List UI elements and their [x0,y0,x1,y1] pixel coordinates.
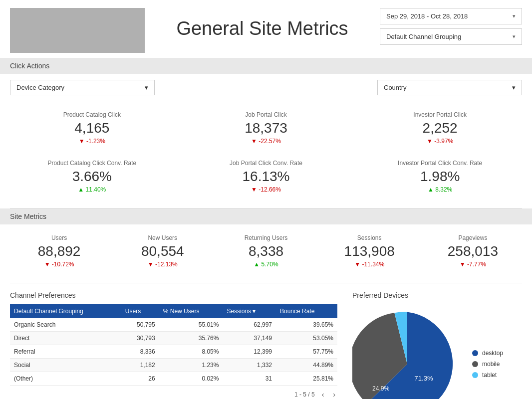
metric-label: Job Portal Click Conv. Rate [184,160,348,167]
click-metric-cell: Product Catalog Click Conv. Rate 3.66% 1… [10,155,174,198]
metric-change: -12.66% [184,186,348,193]
sessions-cell: 1,332 [223,359,276,372]
country-filter-label: Country [384,84,407,91]
site-metric-cell: Users 88,892 -10.72% [10,229,108,273]
legend-dot [472,350,478,356]
header-controls: Sep 29, 2018 - Oct 28, 2018 ▾ Default Ch… [380,8,522,45]
date-range-arrow: ▾ [513,13,516,19]
channel-preferences: Channel Preferences Default Channel Grou… [10,291,337,399]
table-pagination: 1 - 5 / 5 ‹ › [10,386,337,399]
metric-value: 16.13% [184,169,348,185]
table-row: Social 1,182 1.23% 1,332 44.89% [10,359,337,372]
bottom-section: Channel Preferences Default Channel Grou… [0,283,532,399]
channel-name: Direct [10,332,121,345]
metric-value: 1.98% [358,169,522,185]
channel-table: Default Channel GroupingUsers% New Users… [10,304,337,386]
metric-value: 88,892 [10,243,108,259]
pagination-next-button[interactable]: › [331,390,337,399]
click-actions-header: Click Actions [0,58,532,74]
metric-value: 3.66% [10,169,174,185]
metric-change: -1.23% [10,138,174,145]
metric-value: 2,252 [358,120,522,136]
metric-value: 80,554 [113,243,212,259]
legend-dot [472,372,478,378]
legend-item: desktop [472,350,503,357]
metric-label: Job Portal Click [184,111,348,118]
click-metric-cell: Product Catalog Click 4,165 -1.23% [10,106,174,150]
metric-change: -11.34% [320,261,419,268]
metric-value: 258,013 [424,243,522,259]
table-header-cell[interactable]: % New Users [159,304,223,318]
table-row: Organic Search 50,795 55.01% 62,997 39.6… [10,318,337,332]
page-title: General Site Metrics [155,8,370,39]
legend-item: mobile [472,361,503,368]
table-header-cell[interactable]: Bounce Rate [276,304,337,318]
channel-grouping-dropdown[interactable]: Default Channel Grouping ▾ [380,28,522,45]
legend-label: desktop [482,350,503,357]
channel-preferences-title: Channel Preferences [10,291,337,299]
click-metrics-grid: Product Catalog Click 4,165 -1.23% Job P… [0,101,532,208]
metric-label: Sessions [320,234,419,241]
sessions-cell: 12,399 [223,345,276,359]
table-row: Direct 30,793 35.76% 37,149 53.05% [10,332,337,345]
site-metric-cell: Sessions 113,908 -11.34% [320,229,419,273]
country-dropdown[interactable]: Country ▾ [377,80,522,95]
metric-change: -3.97% [358,138,522,145]
pie-legend: desktop mobile tablet [472,350,503,379]
new-users-cell: 0.02% [159,372,223,386]
logo [10,8,145,53]
click-metric-cell: Investor Portal Click 2,252 -3.97% [358,106,522,150]
channel-name: (Other) [10,372,121,386]
table-row: (Other) 26 0.02% 31 25.81% [10,372,337,386]
metric-label: Pageviews [424,234,522,241]
date-range-value: Sep 29, 2018 - Oct 28, 2018 [386,12,468,20]
legend-item: tablet [472,372,503,379]
metric-label: New Users [113,234,212,241]
date-range-dropdown[interactable]: Sep 29, 2018 - Oct 28, 2018 ▾ [380,8,522,24]
metric-change: -12.13% [113,261,212,268]
desktop-label: 71.3% [414,375,433,382]
metric-change: 5.70% [217,261,315,268]
metric-label: Investor Portal Click [358,111,522,118]
table-header-cell[interactable]: Users [121,304,159,318]
metric-label: Product Catalog Click [10,111,174,118]
table-header-cell[interactable]: Default Channel Grouping [10,304,121,318]
bounce-rate-cell: 53.05% [276,332,337,345]
site-metric-cell: New Users 80,554 -12.13% [113,229,212,273]
metric-change: -10.72% [10,261,108,268]
sessions-cell: 31 [223,372,276,386]
channel-name: Referral [10,345,121,359]
click-actions-filters: Device Category ▾ Country ▾ [0,74,532,101]
pie-chart: 71.3% 24.9% [352,309,462,399]
metric-label: Investor Portal Click Conv. Rate [358,160,522,167]
new-users-cell: 8.05% [159,345,223,359]
pagination-prev-button[interactable]: ‹ [320,390,326,399]
metric-value: 113,908 [320,243,419,259]
click-metric-cell: Job Portal Click Conv. Rate 16.13% -12.6… [184,155,348,198]
metric-value: 8,338 [217,243,315,259]
new-users-cell: 1.23% [159,359,223,372]
channel-name: Organic Search [10,318,121,332]
metric-change: 8.32% [358,186,522,193]
preferred-devices-title: Preferred Devices [352,291,522,299]
click-metric-cell: Job Portal Click 18,373 -22.57% [184,106,348,150]
metric-value: 18,373 [184,120,348,136]
channel-grouping-value: Default Channel Grouping [386,33,461,40]
legend-label: tablet [482,372,497,379]
metric-label: Product Catalog Click Conv. Rate [10,160,174,167]
legend-dot [472,361,478,367]
channel-grouping-arrow: ▾ [513,33,516,40]
table-header-cell[interactable]: Sessions [223,304,276,318]
bounce-rate-cell: 57.75% [276,345,337,359]
table-row: Referral 8,336 8.05% 12,399 57.75% [10,345,337,359]
device-arrow: ▾ [145,84,148,91]
device-category-dropdown[interactable]: Device Category ▾ [10,80,155,95]
sessions-cell: 37,149 [223,332,276,345]
new-users-cell: 35.76% [159,332,223,345]
users-cell: 50,795 [121,318,159,332]
click-metric-cell: Investor Portal Click Conv. Rate 1.98% 8… [358,155,522,198]
users-cell: 8,336 [121,345,159,359]
users-cell: 1,182 [121,359,159,372]
bounce-rate-cell: 44.89% [276,359,337,372]
mobile-label: 24.9% [372,385,390,392]
